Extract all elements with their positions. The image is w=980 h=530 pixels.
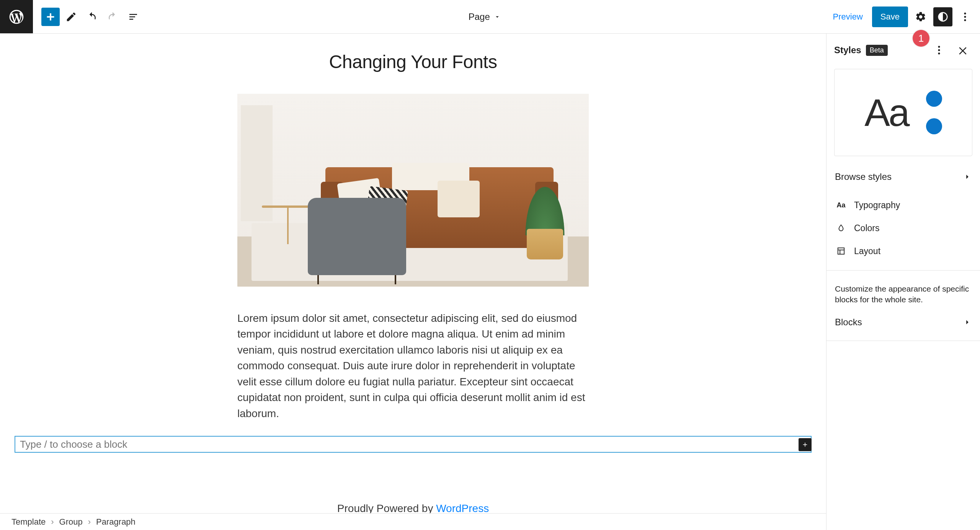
hero-image[interactable] (237, 94, 589, 287)
svg-rect-6 (838, 248, 844, 254)
more-menu-button[interactable] (956, 7, 975, 26)
svg-point-2 (964, 19, 966, 21)
color-sample (926, 91, 942, 134)
svg-point-1 (964, 16, 966, 18)
chevron-right-icon: › (51, 517, 54, 527)
toolbar-right: Preview Save (827, 7, 980, 27)
typography-icon: Aa (836, 200, 846, 210)
toolbar-left (33, 8, 142, 26)
chevron-right-icon: › (88, 517, 91, 527)
block-appender-input[interactable] (19, 438, 807, 451)
save-button[interactable]: Save (872, 7, 908, 27)
contrast-icon (937, 11, 949, 23)
divider (826, 341, 980, 341)
add-block-button[interactable] (41, 8, 60, 26)
paragraph-block[interactable]: Lorem ipsum dolor sit amet, consectetur … (237, 310, 589, 421)
svg-point-0 (964, 12, 966, 14)
typography-sample: Aa (864, 91, 908, 135)
annotation-badge: 1 (913, 30, 929, 47)
style-preview-card[interactable]: Aa (834, 69, 972, 156)
blocks-row[interactable]: Blocks (826, 308, 980, 336)
editor-topbar: Page Preview Save (0, 0, 980, 34)
footer-prefix: Proudly Powered by (337, 502, 436, 513)
layout-item[interactable]: Layout (826, 240, 980, 263)
svg-point-4 (938, 49, 940, 51)
item-label: Colors (854, 223, 879, 233)
chevron-right-icon (963, 173, 972, 181)
blocks-label: Blocks (835, 317, 862, 328)
divider (826, 270, 980, 271)
kebab-icon (933, 44, 945, 56)
page-title[interactable]: Changing Your Fonts (0, 51, 826, 72)
browse-styles-row[interactable]: Browse styles (826, 163, 980, 191)
browse-styles-label: Browse styles (835, 171, 892, 182)
list-view-button[interactable] (124, 8, 142, 26)
annotation-number: 1 (918, 33, 924, 44)
undo-icon (86, 11, 98, 23)
breadcrumb-item[interactable]: Group (59, 517, 83, 527)
blocks-help-text: Customize the appearance of specific blo… (826, 275, 980, 308)
breadcrumb-item[interactable]: Template (11, 517, 46, 527)
kebab-icon (959, 11, 971, 23)
redo-icon (107, 11, 118, 23)
item-label: Layout (854, 246, 880, 256)
plus-icon (802, 441, 808, 448)
redo-button[interactable] (103, 8, 122, 26)
footer-link[interactable]: WordPress (436, 502, 489, 513)
site-footer-text: Proudly Powered by WordPress (0, 502, 826, 513)
sidebar-title: Styles (834, 45, 861, 55)
styles-sidebar: Styles Beta Aa Browse styles Aa Ty (826, 34, 980, 530)
list-view-icon (127, 11, 139, 23)
block-breadcrumb: Template › Group › Paragraph (0, 513, 826, 530)
svg-point-5 (938, 52, 940, 54)
wordpress-icon (8, 8, 25, 25)
document-switcher[interactable]: Page (142, 11, 827, 22)
document-label: Page (469, 11, 490, 22)
sidebar-header: Styles Beta (826, 34, 980, 67)
breadcrumb-item[interactable]: Paragraph (96, 517, 136, 527)
gear-icon (915, 11, 926, 23)
drop-icon (836, 223, 846, 233)
close-icon (957, 44, 969, 56)
editor-canvas[interactable]: Changing Your Fonts Lorem ipsum dolor si… (0, 34, 826, 513)
block-appender-add-button[interactable] (799, 438, 812, 451)
beta-badge: Beta (866, 45, 888, 56)
typography-item[interactable]: Aa Typography (826, 194, 980, 217)
colors-item[interactable]: Colors (826, 217, 980, 240)
item-label: Typography (854, 200, 900, 210)
block-appender[interactable] (15, 436, 812, 453)
chevron-right-icon (963, 318, 972, 326)
chevron-down-icon (494, 13, 501, 20)
sidebar-close-button[interactable] (953, 41, 972, 60)
preview-button[interactable]: Preview (827, 7, 869, 26)
layout-icon (836, 246, 846, 256)
edit-tool-button[interactable] (62, 8, 80, 26)
svg-point-3 (938, 46, 940, 48)
settings-button[interactable] (911, 7, 930, 26)
plus-icon (45, 11, 56, 23)
style-category-list: Aa Typography Colors Layout (826, 191, 980, 266)
sidebar-more-button[interactable] (929, 41, 949, 60)
color-dot (926, 91, 942, 107)
color-dot (926, 118, 942, 134)
pencil-icon (65, 11, 77, 23)
undo-button[interactable] (83, 8, 101, 26)
styles-toggle-button[interactable] (933, 7, 952, 26)
wordpress-logo[interactable] (0, 0, 33, 33)
